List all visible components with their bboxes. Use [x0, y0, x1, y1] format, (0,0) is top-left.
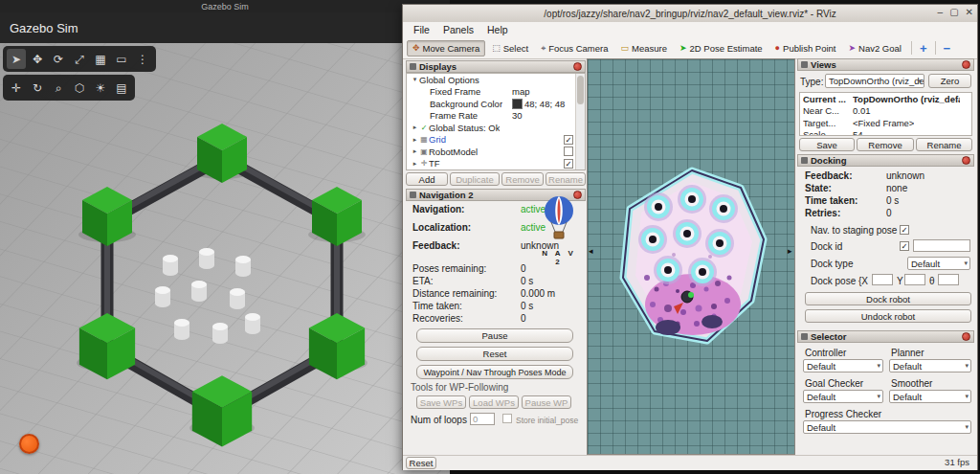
scrollbar-thumb[interactable] [577, 76, 584, 104]
view-type-dropdown[interactable]: TopDownOrtho (rviz_def [825, 74, 924, 88]
gazebo-3d-scene[interactable] [0, 43, 450, 474]
remove-tool-icon[interactable]: − [940, 41, 955, 56]
views-row-scale[interactable]: Scale 54 [800, 129, 971, 137]
tree-row-grid[interactable]: ▸ ▦ Grid ✓ [407, 134, 585, 147]
row-value[interactable]: 30 [512, 110, 573, 121]
more-tools-icon[interactable]: ⋮ [133, 49, 152, 69]
expand-icon[interactable]: ▸ [411, 136, 419, 144]
expand-icon[interactable]: ▸ [411, 124, 419, 131]
menu-help[interactable]: Help [481, 24, 514, 35]
publish-point-button[interactable]: ● Publish Point [769, 40, 842, 56]
reset-button[interactable]: Reset [416, 347, 573, 361]
shapes-icon[interactable]: ⬡ [70, 78, 89, 98]
row-value[interactable]: <Fixed Frame> [853, 118, 914, 128]
views-row-current[interactable]: Current ... TopDownOrtho (rviz_defaul. [800, 93, 971, 105]
nav2-goal-button[interactable]: ➤ Nav2 Goal [843, 40, 907, 56]
close-icon[interactable]: ✕ [966, 7, 973, 17]
rename-view-button[interactable]: Rename [916, 138, 972, 151]
tree-row-tf[interactable]: ▸ ✛ TF ✓ [407, 158, 585, 170]
dock-robot-button[interactable]: Dock robot [805, 292, 971, 305]
dock-id-checkbox[interactable]: ✓ [900, 241, 909, 251]
dock-pose-y-input[interactable] [904, 274, 925, 285]
remove-view-button[interactable]: Remove [857, 138, 914, 151]
expand-icon[interactable]: ▾ [411, 76, 419, 83]
map-view[interactable] [587, 58, 795, 455]
focus-camera-button[interactable]: ⌖ Focus Camera [535, 40, 613, 56]
views-row-near-clip[interactable]: Near C... 0.01 [800, 105, 971, 118]
planner-dropdown[interactable]: Default [889, 359, 971, 372]
expand-icon[interactable]: ▸ [411, 160, 419, 168]
pause-button[interactable]: Pause [416, 328, 573, 343]
load-wps-button[interactable]: Load WPs [469, 395, 519, 409]
rviz-titlebar[interactable]: /opt/ros/jazzy/share/nav2_bringup/rviz/n… [403, 5, 977, 23]
add-display-button[interactable]: Add [406, 172, 448, 186]
splitter-left-icon[interactable]: ◂ [589, 246, 593, 256]
undock-robot-button[interactable]: Undock robot [805, 309, 971, 323]
nav-staging-checkbox[interactable]: ✓ [900, 225, 909, 235]
displays-close-icon[interactable] [573, 62, 582, 71]
robotmodel-checkbox[interactable] [564, 147, 573, 156]
tf-checkbox[interactable]: ✓ [564, 159, 573, 169]
pause-wp-button[interactable]: Pause WP [522, 395, 571, 409]
plugins-icon[interactable]: ▤ [112, 78, 131, 98]
zoom-camera-icon[interactable]: ⌕ [49, 78, 68, 98]
minimize-icon[interactable]: – [938, 7, 944, 17]
snap-tool-icon[interactable]: ▦ [91, 49, 110, 69]
gazebo-viewport[interactable]: ➤ ✥ ⟳ ⤢ ▦ ▭ ⋮ ✛ ↻ ⌕ ⬡ ☀ ▤ [0, 43, 450, 474]
selector-close-icon[interactable] [962, 332, 970, 341]
maximize-icon[interactable]: ▢ [949, 7, 958, 17]
dock-id-input[interactable] [913, 239, 970, 252]
expand-icon[interactable]: ▸ [411, 147, 419, 155]
rotate-tool-icon[interactable]: ⟳ [49, 49, 68, 69]
tree-row-robotmodel[interactable]: ▸ ▣ RobotModel [407, 146, 585, 158]
views-row-target-frame[interactable]: Target... <Fixed Frame> [800, 117, 971, 129]
controller-dropdown[interactable]: Default [803, 359, 883, 372]
remove-display-button[interactable]: Remove [501, 172, 544, 186]
displays-scrollbar[interactable] [575, 74, 585, 169]
dock-pose-theta-input[interactable] [938, 274, 959, 285]
row-value[interactable]: 54 [853, 129, 863, 136]
scale-tool-icon[interactable]: ⤢ [70, 49, 89, 69]
tree-row-global-status[interactable]: ▸ ✓ Global Status: Ok [407, 122, 585, 134]
row-value[interactable]: 0.01 [853, 105, 871, 116]
add-tool-icon[interactable]: + [916, 41, 931, 56]
pan-camera-icon[interactable]: ✛ [7, 78, 26, 98]
translate-tool-icon[interactable]: ✥ [28, 49, 47, 69]
tree-row-frame-rate[interactable]: Frame Rate 30 [407, 110, 585, 123]
measure-button[interactable]: ▭ Measure [615, 40, 673, 56]
duplicate-display-button[interactable]: Duplicate [450, 172, 500, 186]
num-loops-input[interactable] [470, 413, 495, 425]
save-wps-button[interactable]: Save WPs [416, 395, 466, 409]
zero-button[interactable]: Zero [928, 74, 971, 88]
light-icon[interactable]: ☀ [91, 78, 110, 98]
measure-tool-icon[interactable]: ▭ [112, 49, 131, 69]
store-initial-pose-checkbox[interactable] [502, 414, 512, 423]
color-swatch[interactable] [512, 99, 523, 109]
gazebo-play-button[interactable] [19, 434, 39, 454]
select-button[interactable]: ⬚ Select [486, 40, 534, 56]
move-camera-button[interactable]: ✥ Move Camera [407, 40, 485, 56]
time-reset-button[interactable]: Reset [406, 457, 436, 469]
dock-pose-x-input[interactable] [872, 274, 893, 285]
row-value[interactable]: map [512, 86, 573, 97]
views-close-icon[interactable] [962, 60, 970, 69]
menu-file[interactable]: File [408, 24, 435, 35]
goal-checker-dropdown[interactable]: Default [803, 390, 883, 403]
tree-row-global-options[interactable]: ▾ Global Options [407, 74, 585, 86]
save-view-button[interactable]: Save [799, 138, 855, 151]
menu-panels[interactable]: Panels [437, 24, 479, 35]
waypoint-mode-button[interactable]: Waypoint / Nav Through Poses Mode [416, 365, 573, 379]
pose-estimate-button[interactable]: ➤ 2D Pose Estimate [674, 40, 768, 56]
select-tool-icon[interactable]: ➤ [7, 49, 26, 69]
orbit-camera-icon[interactable]: ↻ [28, 78, 47, 98]
tree-row-background-color[interactable]: Background Color 48; 48; 48 [407, 98, 585, 110]
tree-row-fixed-frame[interactable]: Fixed Frame map [407, 86, 585, 99]
row-value[interactable]: 48; 48; 48 [512, 99, 573, 109]
smoother-dropdown[interactable]: Default [889, 390, 971, 403]
grid-checkbox[interactable]: ✓ [564, 135, 573, 145]
gazebo-titlebar[interactable]: Gazebo Sim [0, 0, 450, 12]
docking-close-icon[interactable] [962, 156, 970, 165]
rename-display-button[interactable]: Rename [546, 172, 586, 186]
dock-type-dropdown[interactable]: Default [907, 257, 970, 270]
progress-checker-dropdown[interactable]: Default [803, 420, 971, 434]
